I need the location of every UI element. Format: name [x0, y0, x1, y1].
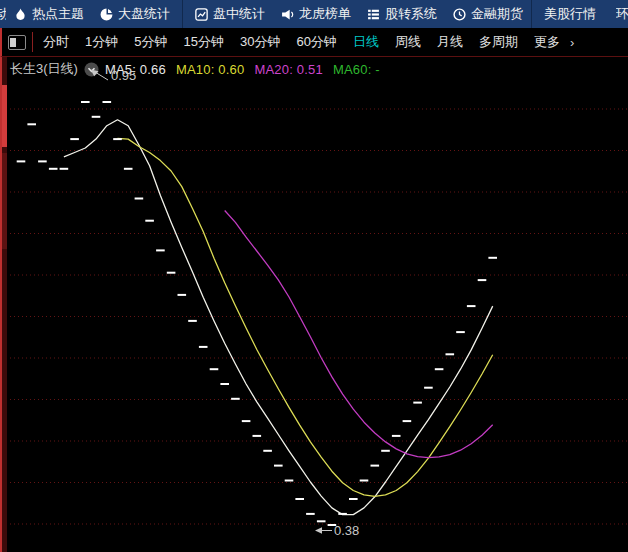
high-price-annotation: 0.95: [88, 67, 136, 83]
nav-item-partial-right[interactable]: 环: [616, 5, 628, 23]
nav-item-hot-topics[interactable]: 热点主题: [6, 0, 92, 28]
ma-indicators: MA5: 0.66MA10: 0.60MA20: 0.51MA60: -: [105, 62, 380, 77]
ma-line-ma5: [64, 120, 493, 515]
nav-item-neeq-system[interactable]: 股转系统: [359, 0, 445, 28]
period-30min[interactable]: 30分钟: [232, 33, 288, 51]
nav-item-label: 美股行情: [544, 5, 596, 23]
flame-icon: [14, 8, 27, 21]
arrow-left-icon: [314, 525, 333, 536]
period-15min[interactable]: 15分钟: [175, 33, 231, 51]
nav-item-label: 股转系统: [385, 5, 437, 23]
period-multi-period[interactable]: 多周期: [471, 33, 526, 51]
low-price-label: 0.38: [334, 523, 359, 538]
clock-icon: [453, 8, 466, 21]
ma-line-ma20: [225, 211, 493, 458]
nav-item-dragon-tiger-list[interactable]: 龙虎榜单: [273, 0, 359, 28]
ma-line-ma10: [118, 138, 493, 496]
nav-item-label: 大盘统计: [118, 5, 170, 23]
period-items: 分时1分钟5分钟15分钟30分钟60分钟日线周线月线多周期更多›: [35, 33, 574, 51]
nav-item-intraday-stats[interactable]: 盘中统计: [182, 0, 273, 28]
chevron-right-icon[interactable]: ›: [568, 35, 574, 50]
period-daily[interactable]: 日线: [345, 33, 387, 51]
chart-title: 长生3(日线): [10, 60, 78, 78]
period-time-sharing[interactable]: 分时: [35, 33, 77, 51]
pie-chart-icon: [100, 8, 113, 21]
period-60min[interactable]: 60分钟: [288, 33, 344, 51]
kline-chart-canvas[interactable]: [2, 57, 628, 552]
nav-items: 热点主题大盘统计盘中统计龙虎榜单股转系统金融期货美股行情: [6, 0, 604, 28]
indicator-ma20: MA20: 0.51: [254, 62, 323, 77]
chart-header: 长生3(日线) MA5: 0.66MA10: 0.60MA20: 0.51MA6…: [10, 60, 380, 78]
period-monthly[interactable]: 月线: [429, 33, 471, 51]
grid-lines: [10, 109, 628, 524]
line-chart-icon: [195, 8, 208, 21]
megaphone-icon: [281, 8, 294, 21]
panel-layout-icon[interactable]: [8, 35, 26, 50]
left-red-scrollbar: [2, 57, 7, 552]
low-price-annotation: 0.38: [314, 523, 359, 538]
period-toolbar: 分时1分钟5分钟15分钟30分钟60分钟日线周线月线多周期更多›: [0, 28, 628, 56]
indicator-ma10: MA10: 0.60: [176, 62, 245, 77]
toolbar-divider: [32, 32, 33, 52]
scrollbar-track-segment: [2, 153, 7, 249]
period-more[interactable]: 更多: [526, 33, 568, 51]
indicator-ma60: MA60: -: [333, 62, 380, 77]
nav-item-market-stats[interactable]: 大盘统计: [92, 0, 178, 28]
scrollbar-thumb[interactable]: [2, 85, 7, 147]
arrow-up-left-icon: [88, 67, 110, 83]
high-price-label: 0.95: [111, 68, 136, 83]
period-5min[interactable]: 5分钟: [126, 33, 175, 51]
nav-item-label: 热点主题: [32, 5, 84, 23]
ranking-list-icon: [367, 8, 380, 21]
top-navbar: 动 热点主题大盘统计盘中统计龙虎榜单股转系统金融期货美股行情 环: [0, 0, 628, 28]
kline-chart-panel[interactable]: 长生3(日线) MA5: 0.66MA10: 0.60MA20: 0.51MA6…: [0, 56, 628, 552]
nav-item-us-stocks[interactable]: 美股行情: [531, 0, 604, 28]
nav-item-label: 盘中统计: [213, 5, 265, 23]
nav-item-label: 龙虎榜单: [299, 5, 351, 23]
period-weekly[interactable]: 周线: [387, 33, 429, 51]
nav-item-label: 金融期货: [471, 5, 523, 23]
period-1min[interactable]: 1分钟: [77, 33, 126, 51]
nav-item-financial-futures[interactable]: 金融期货: [445, 0, 531, 28]
